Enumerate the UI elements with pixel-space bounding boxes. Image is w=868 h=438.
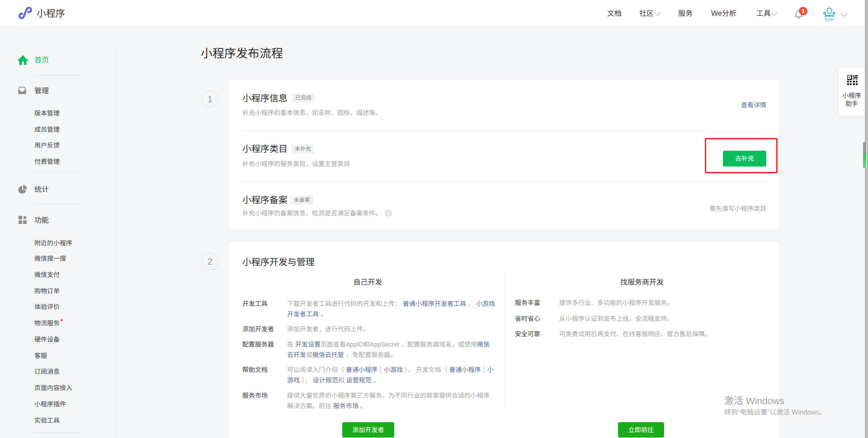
svg-text:be kychakr: be kychakr xyxy=(826,20,833,22)
svg-text:?: ? xyxy=(387,211,389,215)
